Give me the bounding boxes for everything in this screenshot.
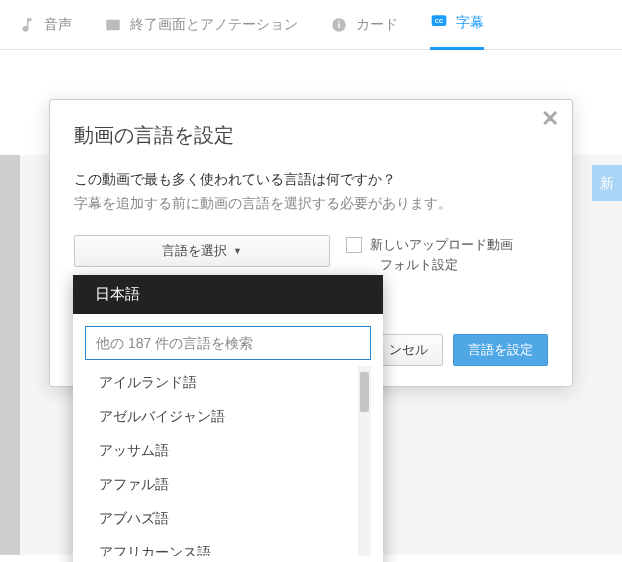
dropdown-selected[interactable]: 日本語	[73, 275, 383, 314]
language-select-button[interactable]: 言語を選択 ▼	[74, 235, 330, 267]
scrollbar-track[interactable]	[358, 366, 371, 556]
language-search-input[interactable]	[85, 326, 371, 360]
music-note-icon	[18, 16, 36, 34]
tab-endscreen[interactable]: 終了画面とアノテーション	[104, 0, 298, 50]
language-option[interactable]: アフリカーンス語	[85, 536, 371, 556]
tab-label: 字幕	[456, 14, 484, 32]
language-list: アイルランド語 アゼルバイジャン語 アッサム語 アファル語 アブハズ語 アフリカ…	[85, 366, 371, 556]
modal-title: 動画の言語を設定	[74, 122, 548, 149]
confirm-button[interactable]: 言語を設定	[453, 334, 548, 366]
close-icon[interactable]: ✕	[538, 108, 562, 132]
checkbox-icon[interactable]	[346, 237, 362, 253]
language-option[interactable]: アゼルバイジャン語	[85, 400, 371, 434]
language-option[interactable]: アブハズ語	[85, 502, 371, 536]
language-dropdown: 日本語 アイルランド語 アゼルバイジャン語 アッサム語 アファル語 アブハズ語 …	[73, 275, 383, 562]
chevron-down-icon: ▼	[233, 246, 242, 256]
tab-audio[interactable]: 音声	[18, 0, 72, 50]
top-tabs: 音声 終了画面とアノテーション カード CC 字幕	[0, 0, 622, 50]
partial-button-right[interactable]: 新	[592, 165, 622, 201]
svg-text:CC: CC	[435, 18, 444, 24]
language-option[interactable]: アファル語	[85, 468, 371, 502]
background-left-strip	[0, 155, 20, 555]
cancel-button[interactable]: ンセル	[374, 334, 443, 366]
tab-label: 終了画面とアノテーション	[130, 16, 298, 34]
svg-rect-0	[106, 19, 120, 30]
tab-cards[interactable]: カード	[330, 0, 398, 50]
tab-label: 音声	[44, 16, 72, 34]
select-label: 言語を選択	[162, 242, 227, 260]
svg-rect-3	[338, 20, 340, 22]
info-icon	[330, 16, 348, 34]
modal-description: 字幕を追加する前に動画の言語を選択する必要があります。	[74, 195, 548, 213]
svg-rect-2	[338, 23, 340, 28]
default-upload-checkbox-wrap[interactable]: 新しいアップロード動画 フォルト設定	[346, 235, 546, 274]
scrollbar-thumb[interactable]	[360, 372, 369, 412]
language-option[interactable]: アッサム語	[85, 434, 371, 468]
cc-icon: CC	[430, 14, 448, 32]
modal-question: この動画で最も多く使われている言語は何ですか？	[74, 171, 548, 189]
tab-label: カード	[356, 16, 398, 34]
tab-subtitles[interactable]: CC 字幕	[430, 0, 484, 50]
endscreen-icon	[104, 16, 122, 34]
language-option[interactable]: アイルランド語	[85, 366, 371, 400]
checkbox-label: 新しいアップロード動画 フォルト設定	[370, 235, 513, 274]
